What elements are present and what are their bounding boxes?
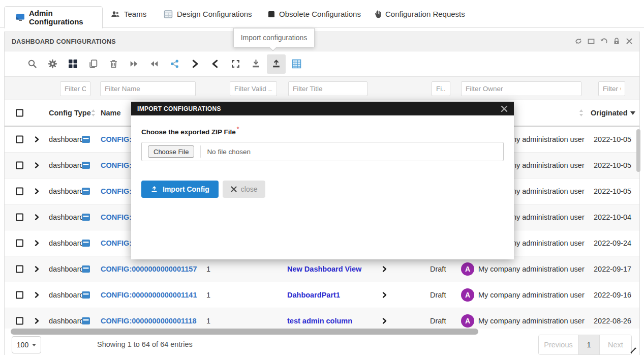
download-icon[interactable]	[247, 54, 265, 74]
row-checkbox[interactable]	[16, 188, 23, 195]
close-icon[interactable]	[625, 37, 633, 45]
sort-icon[interactable]	[579, 109, 584, 116]
filter-valid-input[interactable]	[230, 81, 277, 96]
dashboard-type-icon	[82, 240, 90, 247]
filter-owner-input[interactable]	[461, 81, 581, 96]
config-id-link[interactable]: CONFIG:0	[101, 213, 136, 221]
expand-row-icon[interactable]	[34, 162, 40, 169]
lock-icon[interactable]	[612, 37, 621, 45]
column-header-config-type[interactable]: Config Type	[49, 109, 91, 117]
config-id-link[interactable]: CONFIG:0	[101, 187, 136, 195]
resize-handle-icon[interactable]	[629, 346, 638, 355]
import-config-button[interactable]: Import Config	[141, 181, 219, 198]
table-row: dashboardCONFIG:00000000000011411Dahboar…	[5, 282, 639, 308]
tab-obsolete-configurations[interactable]: Obsolete Configurations	[268, 0, 361, 28]
dashboard-type-icon	[82, 317, 90, 324]
config-id-link[interactable]: CONFIG:0	[101, 161, 136, 169]
filter-config-input[interactable]	[60, 81, 90, 96]
filter-status-input[interactable]	[432, 81, 450, 96]
tab-design-configurations[interactable]: Design Configurations	[164, 0, 252, 28]
page-size-select[interactable]: 100	[12, 336, 41, 353]
owner-cell: My company administration user	[478, 291, 585, 299]
config-id-link[interactable]: CONFIG:0000000000001141	[101, 291, 197, 299]
gear-icon[interactable]	[43, 54, 62, 74]
tab-admin-configurations[interactable]: Admin Configurations	[4, 6, 103, 28]
select-all-checkbox[interactable]	[16, 109, 23, 117]
expand-row-icon[interactable]	[34, 292, 40, 299]
title-link[interactable]: DahboardPart1	[287, 291, 340, 299]
open-config-icon[interactable]	[381, 318, 388, 324]
vertical-scrollbar[interactable]	[636, 129, 640, 172]
horizontal-scrollbar[interactable]	[11, 329, 478, 335]
sort-desc-icon	[630, 111, 635, 115]
upload-icon	[150, 186, 158, 193]
file-input[interactable]: Choose File No file chosen	[141, 142, 504, 161]
filter-name-input[interactable]	[100, 81, 196, 96]
column-header-originated[interactable]: Originated	[591, 109, 635, 117]
config-id-link[interactable]: CONFIG:0000000000001118	[101, 317, 197, 325]
teams-icon	[111, 10, 120, 18]
tab-configuration-requests[interactable]: Configuration Requests	[374, 0, 465, 28]
tab-label: Configuration Requests	[385, 10, 465, 18]
row-checkbox[interactable]	[16, 265, 23, 273]
expand-row-icon[interactable]	[34, 136, 40, 143]
sync-icon[interactable]	[574, 37, 582, 45]
row-checkbox[interactable]	[16, 291, 23, 299]
modal-buttons: Import Config close	[141, 181, 265, 198]
modal-close-icon[interactable]	[501, 105, 508, 112]
table-row: dashboardCONFIG:00000000000011571New Das…	[5, 256, 639, 282]
rewind-icon[interactable]	[145, 54, 164, 74]
zip-file-label: Choose the exported ZIP File	[141, 128, 236, 136]
share-icon[interactable]	[165, 54, 184, 74]
restore-icon[interactable]	[587, 37, 595, 45]
close-button[interactable]: close	[223, 181, 266, 198]
grid-icon[interactable]	[64, 54, 82, 74]
dashboard-type-icon	[82, 214, 90, 221]
tab-label: Design Configurations	[177, 10, 252, 18]
copy-icon[interactable]	[84, 54, 103, 74]
config-id-link[interactable]: CONFIG:0000000000001157	[101, 265, 197, 273]
current-page-button[interactable]: 1	[578, 335, 600, 354]
row-checkbox[interactable]	[16, 214, 23, 221]
avatar: A	[461, 314, 474, 328]
expand-row-icon[interactable]	[34, 266, 40, 273]
row-checkbox[interactable]	[16, 240, 23, 247]
upload-icon[interactable]	[267, 54, 286, 74]
config-id-link[interactable]: CONFIG:0	[101, 135, 136, 143]
column-header-name[interactable]: Name	[101, 109, 121, 117]
undo-icon[interactable]	[600, 37, 608, 45]
expand-row-icon[interactable]	[34, 214, 40, 221]
expand-row-icon[interactable]	[34, 318, 40, 324]
row-checkbox[interactable]	[16, 317, 23, 325]
previous-page-button[interactable]: Previous	[539, 335, 578, 354]
open-config-icon[interactable]	[381, 266, 388, 273]
expand-icon[interactable]	[226, 54, 245, 74]
tab-teams[interactable]: Teams	[111, 0, 146, 28]
filter-originated-input[interactable]	[598, 81, 625, 96]
search-icon[interactable]	[23, 54, 42, 74]
sort-icon[interactable]	[91, 109, 96, 116]
required-marker: *	[237, 126, 239, 133]
config-id-link[interactable]: CONFIG:0	[101, 239, 136, 247]
config-type-cell: dashboard	[49, 135, 84, 143]
chevron-left-icon[interactable]	[206, 54, 225, 74]
expand-row-icon[interactable]	[34, 240, 40, 247]
title-link[interactable]: New Dashboard View	[287, 265, 361, 273]
choose-file-button[interactable]: Choose File	[148, 145, 194, 158]
config-type-cell: dashboard	[49, 239, 84, 247]
close-button-label: close	[241, 185, 258, 193]
table-icon[interactable]	[287, 54, 306, 74]
fast-forward-icon[interactable]	[125, 54, 143, 74]
filter-title-input[interactable]	[288, 81, 367, 96]
config-type-cell: dashboard	[49, 161, 84, 169]
row-checkbox[interactable]	[16, 162, 23, 169]
row-checkbox[interactable]	[16, 136, 23, 143]
originated-cell: 2022-10-04	[594, 213, 631, 221]
open-config-icon[interactable]	[381, 292, 388, 299]
config-type-cell: dashboard	[49, 291, 84, 299]
chevron-right-icon[interactable]	[186, 54, 204, 74]
trash-icon[interactable]	[104, 54, 123, 74]
next-page-button[interactable]: Next	[600, 335, 631, 354]
expand-row-icon[interactable]	[34, 188, 40, 195]
title-link[interactable]: test admin column	[287, 317, 352, 325]
